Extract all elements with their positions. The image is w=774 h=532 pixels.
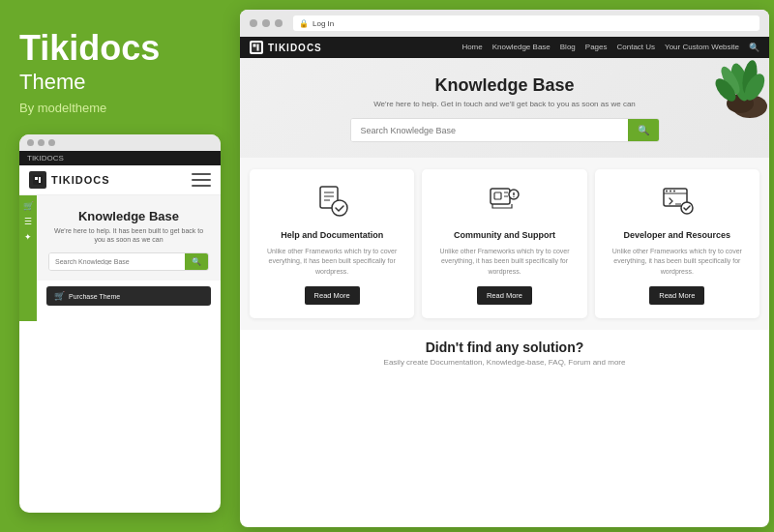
card-help-docs: Help and Documentation Unlike other Fram… <box>250 169 414 318</box>
sidebar-star-icon: ✦ <box>24 232 32 242</box>
card-3-desc: Unlike other Frameworks which try to cov… <box>607 247 748 278</box>
card-1-desc: Unlike other Frameworks which try to cov… <box>261 247 402 278</box>
mobile-hero-sub: We're here to help. It has been built to… <box>48 226 209 246</box>
url-bar[interactable]: 🔒 Log In <box>293 15 759 31</box>
card-3-title: Developer and Resources <box>607 230 748 242</box>
card-1-button[interactable]: Read More <box>305 286 360 305</box>
mobile-search-row: 🔍 <box>48 252 209 271</box>
mobile-preview-card: TIKIDOCS TIKIDOCS 🛒 ☰ ✦ Knowledge Base <box>19 134 221 513</box>
hamburger-icon[interactable] <box>192 173 211 187</box>
browser-chrome-bar: 🔒 Log In <box>240 10 769 37</box>
bottom-subtitle: Easily create Documentation, Knowledge-b… <box>259 358 750 367</box>
bottom-section: Didn't find any solution? Easily create … <box>240 330 769 376</box>
chrome-dot-3 <box>275 19 283 27</box>
left-panel: Tikidocs Theme By modeltheme TIKIDOCS TI… <box>0 0 240 532</box>
hero-search-button[interactable]: 🔍 <box>628 119 659 141</box>
plant-decoration <box>706 58 769 121</box>
url-lock-icon: 🔒 <box>299 19 309 28</box>
svg-rect-2 <box>39 177 41 183</box>
dot-yellow <box>38 139 45 146</box>
mobile-login-bar: TIKIDOCS <box>19 151 221 165</box>
svg-point-27 <box>666 191 668 192</box>
mobile-window-dots <box>19 134 221 151</box>
bottom-title: Didn't find any solution? <box>259 340 750 355</box>
nav-links: Home Knowledge Base Blog Pages Contact U… <box>461 43 759 52</box>
nav-blog[interactable]: Blog <box>560 43 576 52</box>
card-icon-developer <box>607 183 748 224</box>
card-2-desc: Unlike other Frameworks which try to cov… <box>433 247 575 278</box>
nav-custom[interactable]: Your Custom Website <box>665 43 739 52</box>
mobile-logo: TIKIDOCS <box>29 171 110 189</box>
svg-rect-19 <box>494 192 501 199</box>
mobile-search-button[interactable]: 🔍 <box>185 253 208 270</box>
mobile-logo-icon <box>29 171 46 189</box>
svg-point-17 <box>332 200 347 216</box>
mobile-search-input[interactable] <box>49 253 185 270</box>
nav-pages[interactable]: Pages <box>585 43 608 52</box>
url-text: Log In <box>313 19 334 28</box>
card-icon-help <box>261 183 402 224</box>
mobile-bottom: 🛒 Purchase Theme <box>37 281 221 311</box>
site-nav-bar: TIKIDOCS Home Knowledge Base Blog Pages … <box>240 37 769 58</box>
sidebar-cart-icon: 🛒 <box>23 201 34 211</box>
site-logo-text: TIKIDOCS <box>268 43 322 53</box>
hero-search-input[interactable] <box>351 119 628 141</box>
hero-title: Knowledge Base <box>259 75 750 96</box>
mobile-nav: TIKIDOCS <box>19 165 221 195</box>
card-1-title: Help and Documentation <box>261 230 402 242</box>
svg-point-28 <box>670 191 671 192</box>
brand-title: Tikidocs <box>19 29 221 68</box>
site-logo-icon <box>250 41 263 54</box>
cards-section: Help and Documentation Unlike other Fram… <box>240 158 769 330</box>
dot-red <box>27 139 34 146</box>
svg-rect-4 <box>253 44 256 47</box>
browser-window: 🔒 Log In TIKIDOCS Home Knowledge Base Bl… <box>240 10 769 527</box>
card-icon-community <box>433 183 575 224</box>
sidebar-list-icon: ☰ <box>24 217 32 226</box>
card-developer: Developer and Resources Unlike other Fra… <box>595 169 759 318</box>
svg-point-24 <box>514 196 515 197</box>
nav-search-icon[interactable]: 🔍 <box>749 43 759 52</box>
card-2-button[interactable]: Read More <box>477 286 532 305</box>
card-2-title: Community and Support <box>433 230 575 242</box>
mobile-logo-text: TIKIDOCS <box>51 174 110 186</box>
card-community: Community and Support Unlike other Frame… <box>422 169 586 318</box>
svg-rect-1 <box>35 177 38 180</box>
chrome-dot-1 <box>250 19 257 27</box>
nav-contact[interactable]: Contact Us <box>616 43 655 52</box>
site-logo: TIKIDOCS <box>250 41 322 54</box>
dot-green <box>48 139 55 146</box>
brand-subtitle: Theme <box>19 70 221 95</box>
chrome-dot-2 <box>262 19 270 27</box>
mobile-hero-title: Knowledge Base <box>48 209 209 223</box>
svg-rect-5 <box>257 44 259 51</box>
brand-author: By modeltheme <box>19 101 221 115</box>
hero-search-row: 🔍 <box>350 118 660 142</box>
card-3-button[interactable]: Read More <box>649 286 704 305</box>
mobile-purchase-button[interactable]: 🛒 Purchase Theme <box>46 286 211 306</box>
purchase-cart-icon: 🛒 <box>54 291 65 301</box>
mobile-hero: Knowledge Base We're here to help. It ha… <box>37 195 221 281</box>
hero-subtitle: We're here to help. Get in touch and we'… <box>259 100 750 108</box>
nav-home[interactable]: Home <box>461 43 482 52</box>
svg-point-29 <box>673 191 675 192</box>
hero-section: Knowledge Base We're here to help. Get i… <box>240 58 769 158</box>
nav-knowledge-base[interactable]: Knowledge Base <box>492 43 551 52</box>
